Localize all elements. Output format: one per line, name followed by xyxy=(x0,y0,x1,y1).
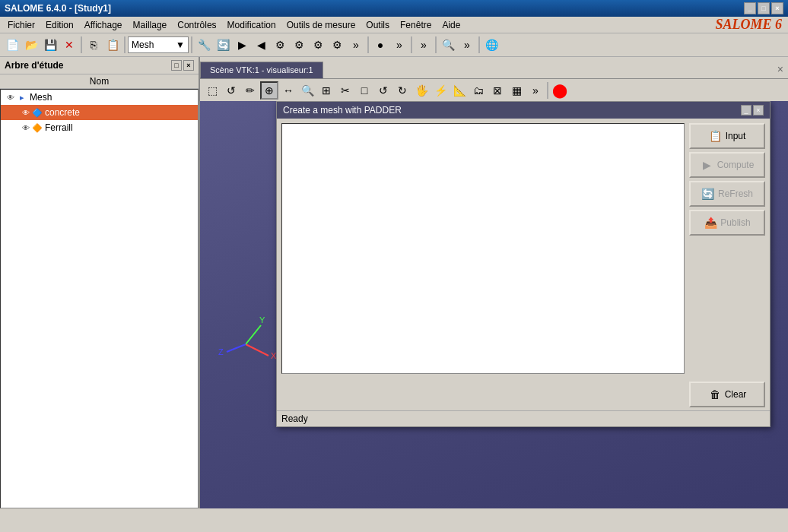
tree-header-btn2[interactable]: × xyxy=(183,60,194,71)
eye-icon-ferraill: 👁 xyxy=(22,124,30,132)
tool-btn-14[interactable]: » xyxy=(458,36,476,54)
padder-clear-button[interactable]: 🗑 Clear xyxy=(689,382,765,407)
tree-node-mesh-label: Mesh xyxy=(30,92,52,103)
vp-btn-6[interactable]: 🔍 xyxy=(298,81,316,100)
menu-maillage[interactable]: Maillage xyxy=(129,18,172,32)
padder-minimize-btn[interactable]: _ xyxy=(741,105,751,116)
padder-clear-label: Clear xyxy=(725,389,747,400)
eye-icon-concrete: 👁 xyxy=(22,109,30,117)
tool-btn-7[interactable]: ⚙ xyxy=(309,36,327,54)
delete-button[interactable]: ✕ xyxy=(60,36,78,54)
vp-btn-16[interactable]: ⊠ xyxy=(488,81,507,100)
padder-dialog: Create a mesh with PADDER _ × 📋 Input xyxy=(276,101,771,427)
tool-btn-12[interactable]: » xyxy=(415,36,433,54)
menu-affichage[interactable]: Affichage xyxy=(80,18,127,32)
tab-close-icon[interactable]: × xyxy=(773,60,788,78)
vp-btn-19[interactable]: ⬤ xyxy=(551,81,569,100)
vp-btn-17[interactable]: ▦ xyxy=(507,81,526,100)
tool-btn-4[interactable]: ◀ xyxy=(252,36,270,54)
padder-refresh-button[interactable]: 🔄 ReFresh xyxy=(689,181,765,207)
menu-fenetre[interactable]: Fenêtre xyxy=(396,18,436,32)
tool-btn-1[interactable]: 🔧 xyxy=(195,36,213,54)
menu-controles[interactable]: Contrôles xyxy=(173,18,221,32)
menu-outils[interactable]: Outils xyxy=(361,18,394,32)
padder-publish-label: Publish xyxy=(720,217,750,228)
tool-btn-2[interactable]: 🔄 xyxy=(214,36,232,54)
salome-logo: SALOME 6 xyxy=(715,17,785,33)
sep7 xyxy=(478,36,480,53)
vp-btn-15[interactable]: 🗂 xyxy=(469,81,488,100)
vp-btn-2[interactable]: ↺ xyxy=(222,81,240,100)
svg-line-15 xyxy=(227,344,246,352)
sep1 xyxy=(81,36,82,53)
sep3 xyxy=(191,36,192,53)
menu-aide[interactable]: Aide xyxy=(437,18,465,32)
mesh-dropdown[interactable]: Mesh ▼ xyxy=(128,36,189,53)
tool-btn-10[interactable]: ● xyxy=(371,36,389,54)
vp-btn-8[interactable]: ✂ xyxy=(336,81,354,100)
close-button[interactable]: × xyxy=(771,2,783,14)
viewport-3d[interactable]: X Y Z Create a mesh with PADDER _ × xyxy=(200,101,788,508)
open-button[interactable]: 📂 xyxy=(22,36,40,54)
tool-btn-5[interactable]: ⚙ xyxy=(271,36,289,54)
menu-fichier[interactable]: Fichier xyxy=(3,18,40,32)
publish-icon: 📤 xyxy=(704,216,717,230)
padder-compute-button[interactable]: ▶ Compute xyxy=(689,152,765,178)
padder-input-label: Input xyxy=(726,131,746,141)
tab-bar: Scène VTK:1 - visualiseur:1 × xyxy=(200,57,788,78)
padder-publish-button[interactable]: 📤 Publish xyxy=(689,210,765,236)
tree-header-btn1[interactable]: □ xyxy=(171,60,182,71)
tool-btn-13[interactable]: 🔍 xyxy=(439,36,457,54)
vp-btn-5[interactable]: ↔ xyxy=(279,81,297,100)
maximize-button[interactable]: □ xyxy=(758,2,770,14)
menu-modification[interactable]: Modification xyxy=(223,18,281,32)
menu-edition[interactable]: Edition xyxy=(41,18,78,32)
tree-node-concrete[interactable]: 👁 🔷 concrete xyxy=(1,105,198,120)
viewport-tab[interactable]: Scène VTK:1 - visualiseur:1 xyxy=(200,62,323,78)
tool-btn-6[interactable]: ⚙ xyxy=(290,36,308,54)
study-tree-title: Arbre d'étude xyxy=(5,60,64,71)
titlebar-controls: _ □ × xyxy=(744,2,783,14)
vp-btn-4[interactable]: ⊕ xyxy=(260,81,278,100)
vp-btn-10[interactable]: ↺ xyxy=(374,81,392,100)
padder-status-text: Ready xyxy=(281,413,308,424)
minimize-button[interactable]: _ xyxy=(744,2,756,14)
study-tree-header: Arbre d'étude □ × xyxy=(0,57,199,74)
vp-btn-3[interactable]: ✏ xyxy=(241,81,259,100)
padder-input-button[interactable]: 📋 Input xyxy=(689,123,765,149)
save-button[interactable]: 💾 xyxy=(41,36,59,54)
vp-btn-14[interactable]: 📐 xyxy=(450,81,469,100)
paste-button[interactable]: 📋 xyxy=(103,36,122,54)
vp-btn-11[interactable]: ↻ xyxy=(393,81,411,100)
sep2 xyxy=(124,36,126,53)
tree-node-mesh[interactable]: 👁 ▸ Mesh xyxy=(1,90,198,105)
menubar: Fichier Edition Affichage Maillage Contr… xyxy=(0,17,788,33)
titlebar: SALOME 6.4.0 - [Study1] _ □ × xyxy=(0,0,788,17)
tool-btn-9[interactable]: » xyxy=(347,36,365,54)
tool-btn-15[interactable]: 🌐 xyxy=(482,36,500,54)
padder-close-btn[interactable]: × xyxy=(753,105,764,116)
vp-btn-7[interactable]: ⊞ xyxy=(317,81,335,100)
left-panel: Arbre d'étude □ × Nom 👁 ▸ Mesh 👁 🔷 concr… xyxy=(0,57,200,508)
refresh-icon: 🔄 xyxy=(701,187,715,201)
vp-btn-1[interactable]: ⬚ xyxy=(203,81,221,100)
new-button[interactable]: 📄 xyxy=(3,36,21,54)
padder-dialog-title: Create a mesh with PADDER xyxy=(283,105,402,116)
vp-btn-18[interactable]: » xyxy=(526,81,545,100)
mesh-dropdown-value: Mesh xyxy=(132,40,154,50)
padder-status-bar: Ready xyxy=(277,410,770,426)
vp-btn-12[interactable]: 🖐 xyxy=(412,81,431,100)
tree-node-ferraill[interactable]: 👁 🔶 Ferraill xyxy=(1,120,198,135)
tool-btn-11[interactable]: » xyxy=(390,36,408,54)
tree-column-header: Nom xyxy=(0,74,199,89)
svg-line-13 xyxy=(246,325,261,344)
mesh-icon: ▸ xyxy=(16,91,28,103)
vp-btn-13[interactable]: ⚡ xyxy=(431,81,450,100)
tool-btn-8[interactable]: ⚙ xyxy=(328,36,346,54)
menu-outils-mesure[interactable]: Outils de mesure xyxy=(282,18,361,32)
sep5 xyxy=(411,36,412,53)
tool-btn-3[interactable]: ▶ xyxy=(233,36,251,54)
copy-button[interactable]: ⎘ xyxy=(84,36,103,54)
vp-btn-9[interactable]: □ xyxy=(355,81,373,100)
padder-refresh-label: ReFresh xyxy=(718,188,753,199)
